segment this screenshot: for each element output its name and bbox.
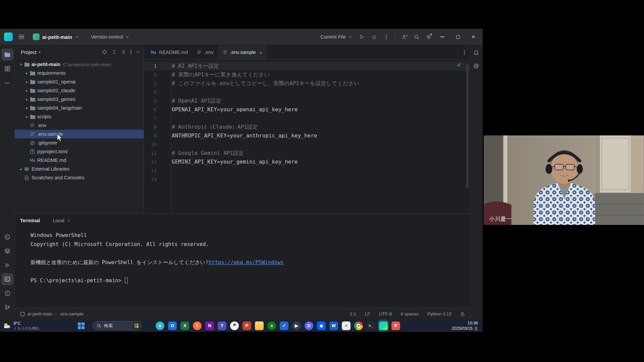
taskbar-icon-outlook[interactable]: O bbox=[167, 320, 177, 331]
terminal-tab-close-icon[interactable]: × bbox=[67, 218, 70, 223]
tree-item-sample03_gemini[interactable]: ▸sample03_gemini bbox=[15, 95, 144, 104]
taskbar-icon-teams[interactable]: T bbox=[217, 320, 227, 331]
chevron-right-icon[interactable]: ▸ bbox=[18, 167, 24, 171]
main-menu-button[interactable] bbox=[16, 32, 27, 42]
taskbar-icon-dropbox[interactable]: ◆ bbox=[316, 320, 326, 331]
editor-tab-.env[interactable]: .env bbox=[192, 45, 218, 59]
chevron-right-icon[interactable]: ▸ bbox=[24, 88, 30, 93]
editor-scrollbar[interactable] bbox=[466, 64, 469, 188]
python-console-tool-button[interactable] bbox=[1, 231, 13, 243]
run-configuration-selector[interactable]: Current File bbox=[317, 33, 356, 41]
editor-tab-README.md[interactable]: README.md bbox=[147, 45, 192, 59]
inspections-ok-icon[interactable]: ✓ bbox=[457, 62, 462, 68]
code-line-4[interactable]: 4 bbox=[144, 88, 470, 97]
code-line-8[interactable]: 8# Anthropic（Claude）API設定 bbox=[144, 123, 470, 131]
chevron-right-icon[interactable]: ▸ bbox=[24, 106, 30, 110]
settings-button[interactable] bbox=[423, 32, 434, 42]
tree-item-.env[interactable]: .env bbox=[15, 121, 144, 130]
lock-icon[interactable] bbox=[460, 312, 465, 316]
taskbar-icon-excel[interactable]: X bbox=[180, 320, 190, 331]
python-packages-tool-button[interactable] bbox=[1, 245, 13, 257]
code-line-9[interactable]: 9ANTHROPIC_API_KEY=your_anthropic_api_ke… bbox=[144, 131, 470, 140]
taskbar-icon-onenote[interactable]: N bbox=[205, 320, 215, 331]
chevron-right-icon[interactable]: ▸ bbox=[24, 80, 30, 84]
taskbar-icon-chatgpt[interactable]: * bbox=[229, 320, 239, 331]
project-selector[interactable]: ai-petit-main bbox=[30, 32, 82, 42]
taskbar-icon-powerpoint[interactable]: P bbox=[242, 320, 252, 331]
code-line-12[interactable]: 12GEMINI_API_KEY=your_gemini_api_key_her… bbox=[144, 158, 470, 166]
taskbar-icon-media-player[interactable]: ▶ bbox=[291, 320, 302, 331]
debug-button[interactable] bbox=[368, 32, 380, 42]
tree-item-Scratches and Consoles[interactable]: Scratches and Consoles bbox=[15, 173, 144, 182]
structure-tool-button[interactable] bbox=[1, 63, 13, 75]
tree-item-.gitignore[interactable]: .gitignore bbox=[15, 138, 144, 147]
tab-close-icon[interactable]: × bbox=[259, 50, 262, 55]
taskbar-icon-explorer[interactable] bbox=[254, 320, 264, 331]
taskbar-icon-terminal[interactable]: >_ bbox=[366, 320, 376, 331]
terminal-output[interactable]: Windows PowerShellCopyright (C) Microsof… bbox=[15, 227, 470, 285]
more-actions-button[interactable] bbox=[380, 32, 392, 42]
taskbar-icon-paint[interactable]: P bbox=[391, 320, 401, 331]
version-control-button[interactable]: Version control bbox=[88, 33, 132, 41]
code-line-10[interactable]: 10 bbox=[144, 140, 470, 149]
expand-collapse-icon[interactable] bbox=[112, 50, 117, 55]
terminal-title[interactable]: Terminal bbox=[20, 218, 40, 223]
tree-item-External Libraries[interactable]: ▸External Libraries bbox=[15, 165, 144, 173]
code-line-5[interactable]: 5# OpenAI API設定 bbox=[144, 97, 470, 105]
services-tool-button[interactable] bbox=[1, 259, 13, 271]
collapse-all-icon[interactable] bbox=[121, 50, 126, 55]
terminal-tool-button[interactable] bbox=[1, 273, 13, 285]
taskbar-clock[interactable]: 10:36 2025/03/15 土 bbox=[451, 321, 478, 331]
code-line-1[interactable]: 1# AI APIキー設定 bbox=[144, 62, 470, 70]
hide-panel-icon[interactable] bbox=[136, 50, 140, 54]
terminal-tab-local[interactable]: Local bbox=[53, 218, 64, 223]
terminal-link[interactable]: https://aka.ms/PSWindows bbox=[209, 259, 284, 265]
project-tool-button[interactable] bbox=[1, 49, 13, 61]
locate-file-icon[interactable] bbox=[102, 49, 107, 55]
taskbar-icon-edge[interactable]: e bbox=[155, 320, 165, 331]
taskbar-icon-discord[interactable]: D bbox=[304, 320, 314, 331]
search-everywhere-button[interactable] bbox=[411, 32, 422, 42]
project-panel-title[interactable]: Project bbox=[21, 49, 37, 55]
code-line-14[interactable]: 14 bbox=[144, 175, 470, 184]
close-button[interactable]: × bbox=[466, 29, 481, 45]
taskbar-icon-chrome[interactable] bbox=[354, 320, 364, 331]
terminal-cursor[interactable] bbox=[125, 278, 128, 283]
taskbar-icon-word[interactable]: W bbox=[329, 320, 339, 331]
taskbar-icon-notepad[interactable]: ≡ bbox=[341, 320, 351, 331]
run-button[interactable] bbox=[356, 32, 368, 42]
chevron-right-icon[interactable]: ▸ bbox=[24, 115, 30, 119]
notifications-bell-icon[interactable] bbox=[473, 50, 479, 56]
chevron-right-icon[interactable]: ▸ bbox=[24, 97, 30, 102]
tree-item-README.md[interactable]: README.md bbox=[15, 156, 144, 165]
python-interpreter[interactable]: Python 3.13 bbox=[427, 311, 451, 316]
taskbar-icon-firefox[interactable]: f bbox=[192, 320, 202, 331]
taskbar-search-box[interactable]: 検索 bbox=[93, 321, 142, 330]
chevron-down-icon[interactable]: ▾ bbox=[18, 62, 24, 67]
version-control-tool-button[interactable] bbox=[1, 301, 13, 313]
code-line-7[interactable]: 7 bbox=[144, 114, 470, 123]
tree-item-scripts[interactable]: ▸scripts bbox=[15, 112, 144, 121]
tree-item-.env.sample[interactable]: .env.sample bbox=[15, 130, 144, 138]
line-separator[interactable]: LF bbox=[365, 311, 370, 316]
start-button[interactable] bbox=[76, 320, 86, 331]
weather-widget[interactable]: 9°C くもりのち晴れ bbox=[3, 319, 40, 332]
editor[interactable]: 1# AI APIキー設定2# 実際のAPIキーに置き換えてください3# このフ… bbox=[144, 60, 470, 214]
breadcrumb-file[interactable]: .env.sample bbox=[59, 311, 84, 316]
taskbar-icon-pycharm[interactable] bbox=[378, 320, 388, 331]
more-tool-windows-button[interactable] bbox=[1, 77, 13, 89]
file-encoding[interactable]: UTF-8 bbox=[379, 311, 392, 316]
tree-item-pyproject.toml[interactable]: pyproject.toml bbox=[15, 147, 144, 156]
code-line-3[interactable]: 3# このファイルを.envとしてコピーし、実際のAPIキーを設定してください bbox=[144, 79, 470, 88]
tree-item-sample04_langchain[interactable]: ▸sample04_langchain bbox=[15, 104, 144, 112]
editor-tab-.env.sample[interactable]: .env.sample× bbox=[218, 45, 267, 59]
ai-assistant-icon[interactable]: @ bbox=[473, 63, 479, 69]
caret-position[interactable]: 1:1 bbox=[350, 311, 356, 316]
panel-options-icon[interactable] bbox=[130, 52, 131, 53]
tree-item-sample02_claude[interactable]: ▸sample02_claude bbox=[15, 86, 144, 95]
tab-options-button[interactable] bbox=[464, 45, 465, 59]
chevron-right-icon[interactable]: ▸ bbox=[24, 71, 30, 75]
taskbar-icon-xbox[interactable]: x bbox=[267, 320, 277, 331]
indent-setting[interactable]: 4 spaces bbox=[400, 311, 419, 316]
code-line-6[interactable]: 6OPENAI_API_KEY=your_openai_api_key_here bbox=[144, 105, 470, 114]
